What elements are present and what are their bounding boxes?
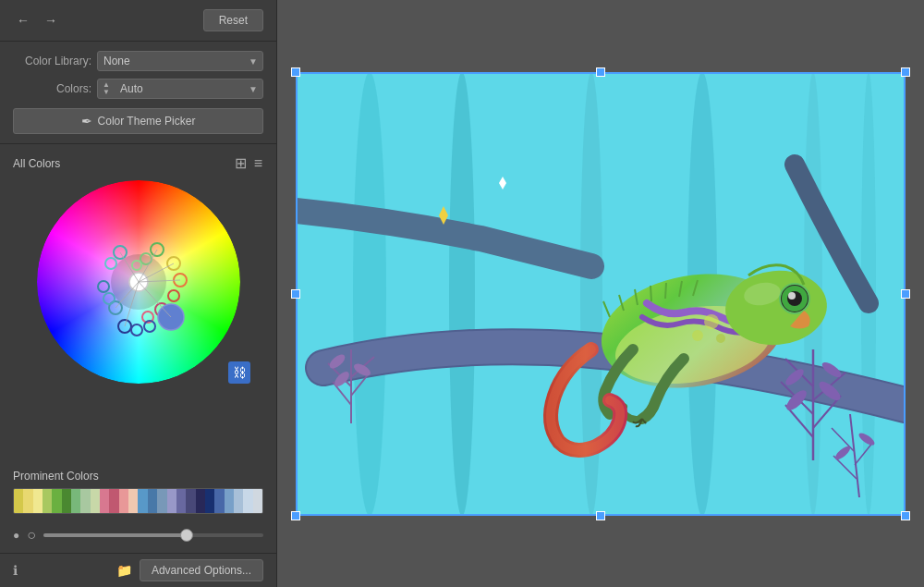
color-swatch[interactable]: [157, 489, 166, 513]
handle-middle-left[interactable]: [291, 289, 300, 299]
color-swatch[interactable]: [62, 489, 71, 513]
color-swatch[interactable]: [205, 489, 214, 513]
color-swatch[interactable]: [71, 489, 80, 513]
grid-view-button[interactable]: ⊞: [234, 153, 248, 173]
color-swatch[interactable]: [176, 489, 186, 513]
wheel-container: ⛓: [13, 180, 263, 384]
svg-point-69: [704, 314, 719, 329]
svg-point-67: [788, 292, 796, 300]
wheel-icons: ⊞ ≡: [234, 153, 263, 173]
color-swatch[interactable]: [214, 489, 224, 513]
color-library-row: Color Library: None Adobe Color Pantone …: [13, 51, 263, 71]
color-swatch[interactable]: [23, 489, 32, 513]
color-swatch[interactable]: [52, 489, 61, 513]
color-theme-picker-button[interactable]: ✒ Color Theme Picker: [13, 108, 263, 134]
color-swatch[interactable]: [186, 489, 195, 513]
left-panel: ← → Reset Color Library: None Adobe Colo…: [0, 0, 277, 587]
color-swatch[interactable]: [80, 489, 90, 513]
handle-bottom-right[interactable]: [901, 511, 910, 520]
link-chain-icon[interactable]: ⛓: [228, 361, 250, 384]
forward-button[interactable]: →: [41, 11, 61, 30]
folder-icon[interactable]: 📁: [116, 563, 132, 578]
handle-top-right[interactable]: [901, 67, 910, 77]
color-swatch[interactable]: [128, 489, 138, 513]
prominent-section: Prominent Colors: [0, 470, 276, 521]
prominent-title: Prominent Colors: [13, 470, 263, 483]
color-library-select[interactable]: None Adobe Color Pantone: [97, 51, 263, 71]
back-button[interactable]: ←: [13, 11, 33, 30]
svg-point-71: [716, 334, 725, 343]
color-swatch[interactable]: [43, 489, 52, 513]
colors-label: Colors:: [13, 82, 91, 95]
handle-bottom-middle[interactable]: [596, 511, 605, 520]
circle-large-icon: ○: [27, 527, 36, 544]
handle-top-left[interactable]: [291, 67, 300, 77]
colors-spinner-wrapper: ▲▼ Auto 2 3 4 5 6 ▼: [97, 79, 263, 99]
slider-track[interactable]: [43, 533, 263, 537]
advanced-options-button[interactable]: Advanced Options...: [140, 559, 263, 581]
color-swatch[interactable]: [196, 489, 205, 513]
slider-section: ● ○: [0, 521, 276, 553]
controls-section: Color Library: None Adobe Color Pantone …: [0, 42, 276, 144]
circle-small-icon: ●: [13, 529, 19, 542]
eyedropper-icon: ✒: [81, 114, 92, 128]
svg-point-29: [353, 72, 386, 516]
color-swatch[interactable]: [14, 489, 23, 513]
colors-row: Colors: ▲▼ Auto 2 3 4 5 6 ▼: [13, 79, 263, 99]
color-swatch[interactable]: [91, 489, 100, 513]
canvas-area: [277, 0, 924, 587]
wheel-header: All Colors ⊞ ≡: [13, 153, 263, 173]
colors-select[interactable]: Auto 2 3 4 5 6: [97, 79, 263, 99]
color-swatch[interactable]: [138, 489, 147, 513]
color-swatch[interactable]: [167, 489, 176, 513]
color-swatch[interactable]: [100, 489, 109, 513]
color-swatch[interactable]: [225, 489, 234, 513]
handle-top-middle[interactable]: [596, 67, 605, 77]
reset-button[interactable]: Reset: [203, 9, 263, 31]
bottom-bar: ℹ 📁 Advanced Options...: [0, 553, 276, 587]
color-theme-picker-label: Color Theme Picker: [98, 115, 196, 128]
color-swatch[interactable]: [109, 489, 118, 513]
slider-thumb: [180, 529, 193, 542]
color-swatches[interactable]: [13, 488, 263, 514]
color-swatch[interactable]: [234, 489, 243, 513]
toolbar: ← → Reset: [0, 0, 276, 42]
color-library-select-wrapper: None Adobe Color Pantone ▼: [97, 51, 263, 71]
svg-point-30: [449, 72, 475, 516]
handle-middle-right[interactable]: [901, 289, 910, 299]
slider-fill: [43, 533, 187, 537]
list-view-button[interactable]: ≡: [253, 154, 263, 173]
svg-point-70: [692, 330, 703, 341]
color-swatch[interactable]: [33, 489, 43, 513]
artwork-container[interactable]: [296, 72, 906, 516]
color-swatch[interactable]: [253, 489, 262, 513]
color-wheel[interactable]: [37, 180, 240, 384]
info-icon[interactable]: ℹ: [13, 563, 18, 578]
handle-bottom-left[interactable]: [291, 511, 300, 520]
color-swatch[interactable]: [119, 489, 128, 513]
wheel-section: All Colors ⊞ ≡: [0, 144, 276, 470]
wheel-title: All Colors: [13, 157, 60, 170]
color-swatch[interactable]: [148, 489, 157, 513]
color-library-label: Color Library:: [13, 55, 91, 67]
color-swatch[interactable]: [243, 489, 252, 513]
chameleon-artwork: [296, 72, 906, 516]
